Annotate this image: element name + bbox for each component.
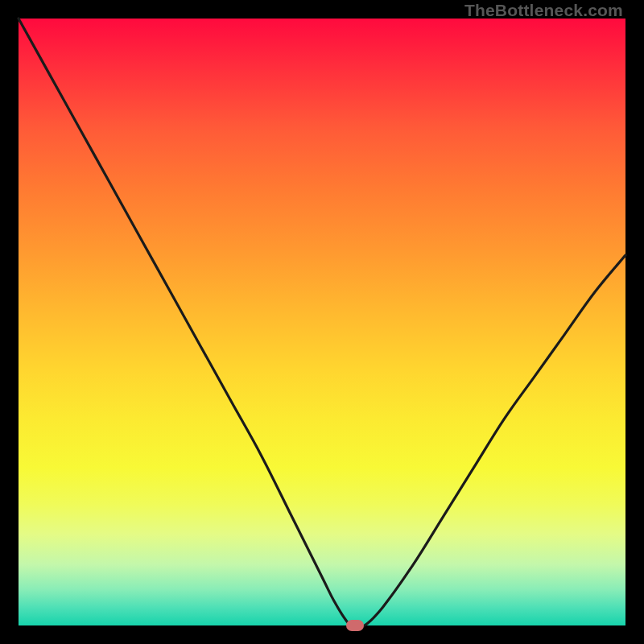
optimum-marker [346, 620, 364, 631]
watermark-text: TheBottleneck.com [464, 1, 623, 20]
bottleneck-curve [19, 19, 625, 625]
